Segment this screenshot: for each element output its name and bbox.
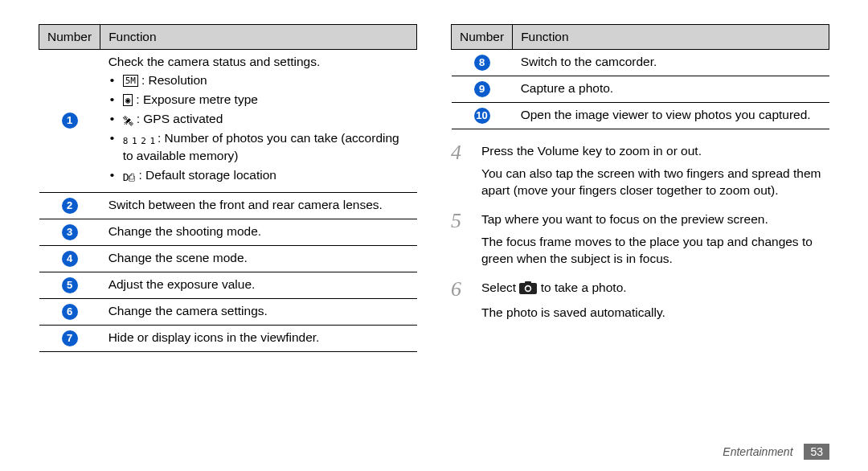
- header-function: Function: [100, 25, 417, 50]
- exposure-icon: ◉: [123, 94, 133, 106]
- number-badge: 3: [62, 224, 78, 240]
- step-body: Tap where you want to focus on the previ…: [481, 211, 829, 268]
- step-body: Select to take a photo.The photo is save…: [481, 279, 665, 321]
- number-badge: 10: [474, 108, 490, 124]
- step-number: 6: [451, 279, 470, 321]
- function-cell: Capture a photo.: [513, 76, 829, 103]
- table-row: 2Switch between the front and rear camer…: [39, 192, 417, 219]
- bullet-item: D⎙: Default storage location: [108, 167, 409, 185]
- header-number: Number: [452, 25, 513, 50]
- gps-icon: 🛰: [123, 114, 133, 129]
- page: Number Function 1Check the camera status…: [0, 0, 868, 471]
- number-badge: 2: [62, 198, 78, 214]
- number-cell: 6: [39, 298, 100, 325]
- step-number: 5: [451, 211, 470, 268]
- step-line: You can also tap the screen with two fin…: [481, 165, 829, 199]
- svg-point-3: [526, 287, 530, 291]
- number-cell: 9: [452, 76, 513, 103]
- step-line: The focus frame moves to the place you t…: [481, 233, 829, 268]
- step: 6Select to take a photo.The photo is sav…: [451, 279, 829, 321]
- row-intro: Check the camera status and settings.: [108, 55, 409, 69]
- step-line: Select to take a photo.: [481, 279, 665, 299]
- function-cell: Check the camera status and settings.5M:…: [100, 50, 417, 193]
- left-column: Number Function 1Check the camera status…: [39, 24, 417, 352]
- header-function: Function: [513, 25, 829, 50]
- storage-icon: D⎙: [123, 170, 136, 185]
- right-table: Number Function 8Switch to the camcorder…: [451, 24, 829, 129]
- step-number: 4: [451, 142, 470, 199]
- table-row: 6Change the camera settings.: [39, 298, 417, 325]
- bullet-item: 🛰: GPS activated: [108, 111, 409, 129]
- table-row: 8Switch to the camcorder.: [452, 50, 829, 76]
- function-cell: Open the image viewer to view photos you…: [513, 103, 829, 129]
- section-name: Entertainment: [723, 445, 792, 458]
- function-cell: Switch between the front and rear camera…: [100, 192, 417, 219]
- number-badge: 9: [474, 81, 490, 97]
- table-row: 5Adjust the exposure value.: [39, 272, 417, 298]
- header-number: Number: [39, 25, 100, 50]
- bullet-item: 8 1 2 1: Number of photos you can take (…: [108, 130, 409, 165]
- function-cell: Switch to the camcorder.: [513, 50, 829, 76]
- number-badge: 5: [62, 277, 78, 293]
- step: 4Press the Volume key to zoom in or out.…: [451, 142, 829, 199]
- bullet-item: ◉: Exposure metre type: [108, 92, 409, 109]
- function-cell: Hide or display icons in the viewfinder.: [100, 325, 417, 351]
- number-cell: 8: [452, 50, 513, 76]
- number-cell: 5: [39, 272, 100, 298]
- steps-list: 4Press the Volume key to zoom in or out.…: [451, 142, 829, 322]
- resolution-icon: 5M: [123, 75, 138, 87]
- bullet-list: 5M: Resolution◉: Exposure metre type🛰: G…: [108, 72, 409, 185]
- table-row: 10Open the image viewer to view photos y…: [452, 103, 829, 129]
- number-badge: 7: [62, 330, 78, 346]
- right-column: Number Function 8Switch to the camcorder…: [451, 24, 829, 352]
- number-badge: 6: [62, 304, 78, 320]
- svg-rect-1: [525, 281, 531, 285]
- table-row: 3Change the shooting mode.: [39, 219, 417, 245]
- two-column-layout: Number Function 1Check the camera status…: [39, 24, 829, 352]
- number-cell: 7: [39, 325, 100, 351]
- number-badge: 4: [62, 251, 78, 267]
- function-cell: Change the shooting mode.: [100, 219, 417, 245]
- table-row: 9Capture a photo.: [452, 76, 829, 103]
- page-number: 53: [804, 444, 829, 460]
- step-line: Tap where you want to focus on the previ…: [481, 211, 829, 228]
- number-cell: 1: [39, 50, 100, 193]
- function-cell: Change the scene mode.: [100, 245, 417, 272]
- table-row: 7Hide or display icons in the viewfinder…: [39, 325, 417, 351]
- function-cell: Adjust the exposure value.: [100, 272, 417, 298]
- page-footer: Entertainment 53: [723, 444, 829, 460]
- step-line: Press the Volume key to zoom in or out.: [481, 142, 829, 160]
- table-row: 4Change the scene mode.: [39, 245, 417, 272]
- camera-icon: [519, 281, 537, 299]
- table-row: 1Check the camera status and settings.5M…: [39, 50, 417, 193]
- bullet-item: 5M: Resolution: [108, 72, 409, 89]
- function-cell: Change the camera settings.: [100, 298, 417, 325]
- count-icon: 8 1 2 1: [123, 136, 154, 148]
- step: 5Tap where you want to focus on the prev…: [451, 211, 829, 268]
- number-badge: 1: [62, 113, 78, 129]
- number-cell: 3: [39, 219, 100, 245]
- step-body: Press the Volume key to zoom in or out.Y…: [481, 142, 829, 199]
- number-cell: 4: [39, 245, 100, 272]
- left-table: Number Function 1Check the camera status…: [39, 24, 417, 352]
- number-cell: 2: [39, 192, 100, 219]
- step-line: The photo is saved automatically.: [481, 304, 665, 322]
- number-badge: 8: [474, 55, 490, 71]
- number-cell: 10: [452, 103, 513, 129]
